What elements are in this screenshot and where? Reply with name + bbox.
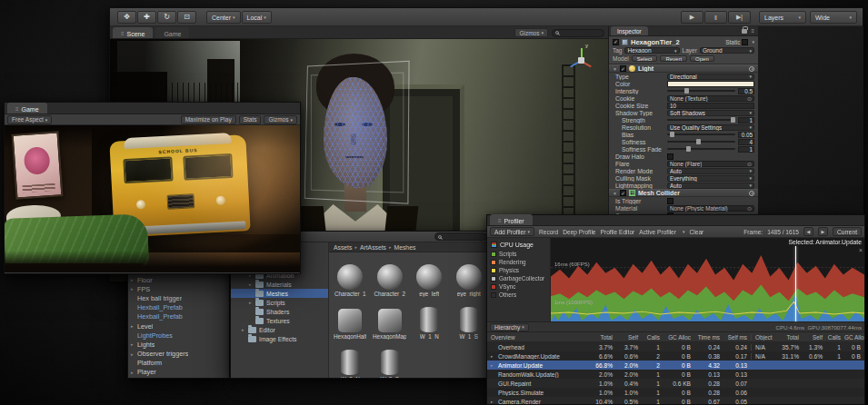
legend-item[interactable]: Physics (491, 266, 546, 274)
physic-material-field[interactable]: None (Physic Material)⊙ (667, 205, 754, 212)
column-header[interactable]: Calls (642, 334, 663, 341)
profiler-table-row[interactable]: GUI.Repaint 1.0% 0.4% 1 0.6 KB 0.28 0.07 (487, 379, 864, 388)
record-toggle[interactable]: Record (539, 229, 558, 235)
project-tree-item[interactable]: Textures (231, 316, 328, 325)
prev-frame-button[interactable]: ◀ (803, 227, 813, 236)
column-header[interactable]: Total (775, 334, 803, 341)
game-viewport[interactable]: SCHOOL BUS (5, 125, 300, 272)
move-tool-button[interactable]: ✚ (137, 11, 156, 24)
foldout-icon[interactable]: ▼ (613, 191, 617, 196)
asset-item[interactable]: W_1_S (450, 298, 489, 340)
select-button[interactable]: Select (632, 55, 658, 62)
profiler-table-row[interactable]: ▸Animator.Update 66.8% 2.0% 2 0 B 4.32 0… (487, 361, 864, 370)
revert-button[interactable]: Revert (660, 55, 687, 62)
project-tree-item[interactable]: Shaders (231, 307, 328, 316)
profiler-table-row[interactable]: Overhead 3.7% 3.7% 1 0 B 0.24 0.24 N/A 3… (487, 342, 864, 351)
expand-arrow-icon[interactable]: ▸ (131, 351, 137, 357)
chart-plot-area[interactable] (551, 246, 864, 321)
object-picker-icon[interactable]: ⊙ (747, 95, 752, 102)
hierarchy-item[interactable]: Hexball_Prefab (128, 312, 229, 321)
breadcrumb-leaf[interactable]: Meshes (394, 244, 416, 251)
bias-slider[interactable]: 0.05 (667, 132, 754, 138)
space-toggle-button[interactable]: Local▾ (242, 11, 272, 24)
aspect-dropdown[interactable]: Free Aspect▾ (7, 115, 52, 124)
hierarchy-item[interactable]: ▸ Observer triggers (128, 350, 229, 359)
expand-arrow-icon[interactable]: ▸ (131, 277, 137, 282)
lightmapping-dropdown[interactable]: Auto▾ (667, 183, 754, 189)
foldout-icon[interactable]: ▼ (613, 66, 617, 72)
profiler-table-row[interactable]: RandomWalk.Update() 2.0% 2.0% 1 0 B 0.13… (487, 370, 864, 379)
game-gizmos-dropdown[interactable]: Gizmos▾ (264, 115, 297, 124)
close-icon[interactable]: × (859, 247, 863, 253)
static-toggle[interactable]: Static▾ (725, 39, 754, 45)
column-header[interactable]: Overview (487, 334, 589, 341)
column-header[interactable]: Total (589, 334, 616, 341)
mesh-collider-component-header[interactable]: ▼ ✓ Mesh Collider (609, 189, 758, 197)
cookie-object-field[interactable]: None (Texture)⊙ (667, 95, 754, 102)
layer-dropdown[interactable]: Ground▾ (700, 47, 754, 54)
menu-icon[interactable]: ≡ (751, 28, 754, 34)
light-color-swatch[interactable] (667, 81, 754, 87)
scene-search-input[interactable] (552, 29, 604, 37)
draw-halo-checkbox[interactable] (667, 153, 673, 160)
tab-profiler[interactable]: ≡Profiler (490, 214, 533, 225)
pause-button[interactable]: ‖ (704, 11, 727, 24)
profiler-table-row[interactable]: ▸CrowdManager.Update 6.6% 0.6% 2 0 B 0.3… (487, 351, 864, 361)
collider-enabled-checkbox[interactable]: ✓ (620, 190, 626, 196)
hierarchy-item[interactable]: ▸ Level (128, 321, 229, 331)
layers-dropdown[interactable]: Layers▾ (759, 11, 806, 24)
is-trigger-checkbox[interactable] (667, 198, 673, 204)
strength-slider[interactable]: 1 (667, 117, 754, 123)
gizmos-dropdown[interactable]: Gizmos▾ (514, 28, 548, 37)
gear-icon[interactable] (749, 191, 754, 196)
project-search-input[interactable] (434, 232, 487, 241)
hierarchy-item[interactable]: ▸ Floor (128, 275, 229, 284)
frame-scrubber-line[interactable] (795, 246, 796, 321)
asset-item[interactable]: W_2_S (371, 341, 410, 378)
rotate-tool-button[interactable]: ↻ (157, 11, 176, 24)
light-component-header[interactable]: ▼ ✓ Light (609, 64, 758, 73)
render-mode-dropdown[interactable]: Auto▾ (667, 168, 754, 174)
expand-arrow-icon[interactable]: ▸ (131, 370, 137, 375)
hierarchy-item[interactable]: ▸ Lights (128, 340, 229, 349)
legend-item[interactable]: Rendering (491, 258, 546, 266)
expand-arrow-icon[interactable]: ▸ (249, 282, 255, 287)
column-header[interactable]: Calls (826, 334, 844, 341)
column-header[interactable]: Object (751, 334, 775, 341)
profiler-table-row[interactable]: ▸Camera.Render 10.4% 0.5% 1 0 B 0.67 0.0… (487, 397, 864, 404)
hierarchy-item[interactable]: ▸ FPS (128, 284, 229, 293)
tab-game-view[interactable]: ≡Game (7, 103, 47, 114)
column-header[interactable]: GC Alloc (663, 334, 694, 341)
column-header[interactable]: Self (616, 334, 642, 341)
scale-tool-button[interactable]: ⊡ (177, 11, 196, 24)
hierarchy-mode-dropdown[interactable]: Hierarchy▾ (490, 323, 529, 331)
asset-item[interactable]: W_2_N (331, 341, 370, 378)
breadcrumb-mid[interactable]: ArtAssets (360, 244, 386, 251)
hierarchy-item[interactable]: Hexball_Prefab (128, 303, 229, 312)
culling-mask-dropdown[interactable]: Everything▾ (667, 175, 754, 182)
profiler-table-row[interactable]: Physics.Simulate 1.0% 1.0% 1 0 B 0.28 0.… (487, 388, 864, 397)
tag-dropdown[interactable]: Hexagon▾ (624, 47, 679, 54)
play-button[interactable]: ▶ (681, 11, 703, 24)
cpu-usage-header[interactable]: CPU Usage (491, 240, 546, 250)
clear-button[interactable]: Clear (689, 229, 703, 235)
pivot-toggle-button[interactable]: Center▾ (206, 11, 241, 24)
asset-item[interactable]: HexagonHalf (331, 298, 370, 340)
cpu-usage-chart[interactable]: Selected: Animator.Update × 16ms (60FPS)… (551, 238, 864, 321)
column-header[interactable]: Time ms (694, 334, 723, 341)
deep-profile-toggle[interactable]: Deep Profile (563, 229, 595, 235)
legend-item[interactable]: Scripts (491, 250, 546, 258)
hierarchy-item[interactable]: LightProbes (128, 331, 229, 340)
tab-scene[interactable]: ≡Scene (113, 27, 153, 38)
light-enabled-checkbox[interactable]: ✓ (620, 65, 626, 72)
hierarchy-item[interactable]: ▸ Player (128, 368, 229, 377)
legend-item[interactable]: Others (491, 291, 546, 299)
column-header[interactable]: Self (803, 334, 826, 341)
expand-arrow-icon[interactable]: ▸ (491, 354, 496, 359)
expand-arrow-icon[interactable]: ▸ (242, 327, 248, 332)
flare-object-field[interactable]: None (Flare)⊙ (667, 161, 754, 167)
project-tree-item[interactable]: ▸ Scripts (231, 298, 328, 307)
column-header[interactable]: GC Alloc (844, 334, 864, 341)
tab-inspector[interactable]: Inspector (611, 26, 648, 35)
project-tree-item[interactable]: Meshes (231, 289, 328, 298)
